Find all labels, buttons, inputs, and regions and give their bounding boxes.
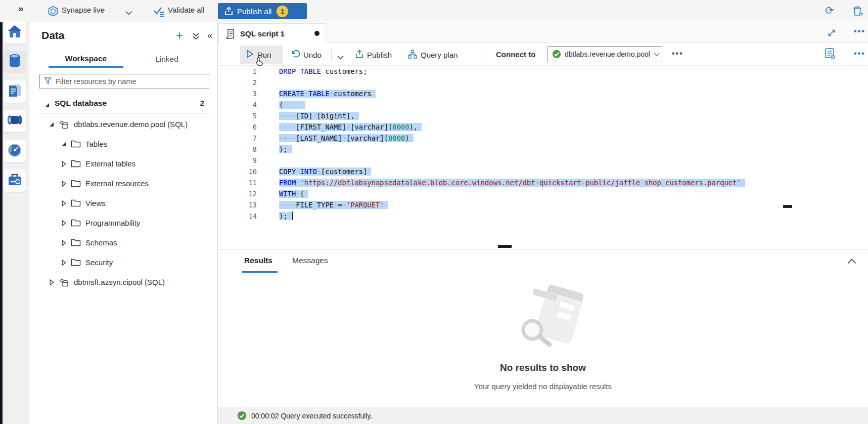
data-explorer-panel: Data + « Workspace Linked Filter resourc… — [29, 22, 217, 424]
expanded-caret-icon[interactable] — [44, 101, 50, 110]
filter-placeholder: Filter resources by name — [56, 77, 136, 86]
validate-all-icon — [153, 6, 165, 19]
sql-code-editor[interactable]: 1DROP TABLE customers;23CREATE·TABLE·cus… — [218, 66, 868, 249]
line-number: 8 — [218, 144, 257, 155]
tab-workspace[interactable]: Workspace — [49, 51, 123, 68]
success-check-icon — [237, 411, 247, 420]
result-settings-icon[interactable] — [825, 48, 836, 62]
mode-selector-label[interactable]: Synapse live — [62, 6, 105, 14]
code-line-3[interactable]: 3CREATE·TABLE·customers — [218, 88, 868, 99]
line-number: 11 — [218, 177, 257, 188]
tree-item-programmability[interactable]: Programmability — [29, 213, 217, 233]
code-line-13[interactable]: 13····FILE_TYPE·=·'PARQUET' — [218, 199, 868, 210]
collapsed-caret-icon[interactable] — [49, 279, 55, 285]
nav-monitor-button[interactable] — [4, 140, 26, 162]
discard-trash-icon[interactable] — [852, 5, 863, 19]
code-line-6[interactable]: 6····[FIRST_NAME]·[varchar](8000), — [218, 121, 868, 133]
publish-button[interactable]: Publish — [355, 46, 392, 64]
toolbar-separator — [331, 49, 332, 61]
folder-icon — [71, 219, 81, 227]
nav-home-button[interactable] — [4, 21, 26, 44]
editor-scrollbar-thumb[interactable] — [783, 205, 792, 208]
mode-chevron-down-icon[interactable] — [125, 8, 132, 17]
collapse-results-chevron-icon[interactable] — [847, 257, 856, 266]
results-tab-underline — [242, 271, 278, 273]
code-text: FROM·'https://dbtlabsynapsedatalake.blob… — [279, 177, 745, 188]
tree-item-dbtlabs-revenue-demo-pool-sql[interactable]: dbtlabs.revenue.demo.pool (SQL) — [29, 114, 217, 134]
add-resource-button[interactable]: + — [176, 30, 183, 40]
line-number: 4 — [218, 99, 257, 110]
pool-select-dropdown[interactable]: dbtlabs.revenue.demo.pool — [547, 46, 662, 62]
results-splitter-handle[interactable] — [498, 245, 512, 248]
tab-linked[interactable]: Linked — [142, 51, 192, 68]
line-number: 13 — [218, 199, 257, 210]
editor-toolbar: Run Undo Publish Query plan Connect to — [218, 43, 868, 66]
collapsed-caret-icon[interactable] — [61, 240, 67, 246]
expanded-caret-icon[interactable] — [49, 122, 55, 127]
expanded-caret-icon[interactable] — [61, 142, 67, 147]
code-line-9[interactable]: 9 — [218, 155, 868, 166]
query-plan-button[interactable]: Query plan — [408, 46, 458, 64]
collapsed-caret-icon[interactable] — [61, 260, 67, 266]
tree-item-label: External tables — [85, 159, 135, 168]
code-line-8[interactable]: 8); — [218, 144, 868, 155]
publish-all-button[interactable]: Publish all 1 — [218, 3, 307, 19]
tree-divider — [38, 113, 209, 114]
toolbar-more-icon[interactable]: ••• — [672, 49, 683, 58]
tree-item-tables[interactable]: Tables — [29, 134, 217, 154]
expand-topnav-icon[interactable]: » — [18, 3, 24, 14]
filter-resources-input[interactable]: Filter resources by name — [39, 74, 209, 89]
tab-results[interactable]: Results — [244, 256, 272, 265]
expand-editor-icon[interactable] — [827, 28, 836, 39]
tree-item-security[interactable]: Security — [29, 252, 217, 272]
validate-all-button[interactable]: Validate all — [168, 6, 204, 14]
tree-item-external-resources[interactable]: External resources — [29, 174, 217, 193]
tab-messages[interactable]: Messages — [292, 256, 328, 265]
panel-title: Data — [41, 29, 65, 41]
collapsed-caret-icon[interactable] — [61, 200, 67, 206]
empty-results-title: No results to show — [218, 362, 868, 373]
line-number: 12 — [218, 188, 257, 199]
code-line-7[interactable]: 7····[LAST_NAME]·[varchar](8000) — [218, 133, 868, 144]
code-line-12[interactable]: 12WITH·( — [218, 188, 868, 199]
play-icon — [246, 50, 254, 60]
folder-icon — [71, 159, 81, 168]
tab-title: SQL script 1 — [240, 29, 285, 38]
collapse-all-icon[interactable] — [192, 32, 200, 42]
code-line-11[interactable]: 11FROM·'https://dbtlabsynapsedatalake.bl… — [218, 177, 868, 188]
synapse-live-icon — [48, 6, 59, 19]
undo-button[interactable]: Undo — [291, 46, 322, 64]
tree-root-label: SQL database — [55, 99, 107, 108]
code-line-10[interactable]: 10COPY·INTO·[customers] — [218, 166, 868, 177]
collapsed-caret-icon[interactable] — [61, 220, 67, 226]
nav-manage-button[interactable] — [4, 169, 26, 192]
collapsed-caret-icon[interactable] — [61, 161, 67, 167]
nav-data-button[interactable] — [4, 51, 26, 73]
dropdown-chevron-icon — [654, 50, 660, 59]
code-text: ( — [279, 99, 305, 110]
tabstrip-more-icon[interactable]: ••• — [854, 27, 865, 36]
tree-item-dbtmsft-azsyn-cipool-sql[interactable]: dbtmsft.azsyn.cipool (SQL) — [29, 272, 217, 292]
toolbar-overflow-icon[interactable]: ••• — [854, 49, 865, 58]
collapsed-caret-icon[interactable] — [61, 181, 67, 187]
tree-item-views[interactable]: Views — [29, 193, 217, 213]
tree-item-external-tables[interactable]: External tables — [29, 154, 217, 174]
nav-develop-button[interactable] — [4, 80, 26, 103]
tab-sql-script-1[interactable]: SQL script 1 — [218, 23, 326, 44]
code-text: ····FILE_TYPE·=·'PARQUET' — [279, 199, 388, 210]
code-line-4[interactable]: 4( — [218, 99, 868, 110]
code-text: ); — [279, 144, 292, 155]
text-cursor — [292, 211, 293, 220]
code-text: ····[LAST_NAME]·[varchar](8000) — [279, 133, 414, 144]
collapse-panel-icon[interactable]: « — [207, 30, 213, 41]
refresh-icon[interactable]: ⟳ — [825, 5, 834, 17]
code-line-5[interactable]: 5····[ID]·[bigint], — [218, 110, 868, 121]
nav-integrate-button[interactable] — [4, 110, 26, 132]
line-number: 2 — [218, 77, 257, 88]
code-line-2[interactable]: 2 — [218, 77, 868, 88]
tree-item-schemas[interactable]: Schemas — [29, 233, 217, 252]
code-line-14[interactable]: 14); — [218, 210, 868, 222]
code-line-1[interactable]: 1DROP TABLE customers; — [218, 66, 868, 77]
run-options-chevron-icon[interactable] — [337, 53, 344, 62]
tree-root-sql-database[interactable]: SQL database 2 — [29, 96, 217, 112]
